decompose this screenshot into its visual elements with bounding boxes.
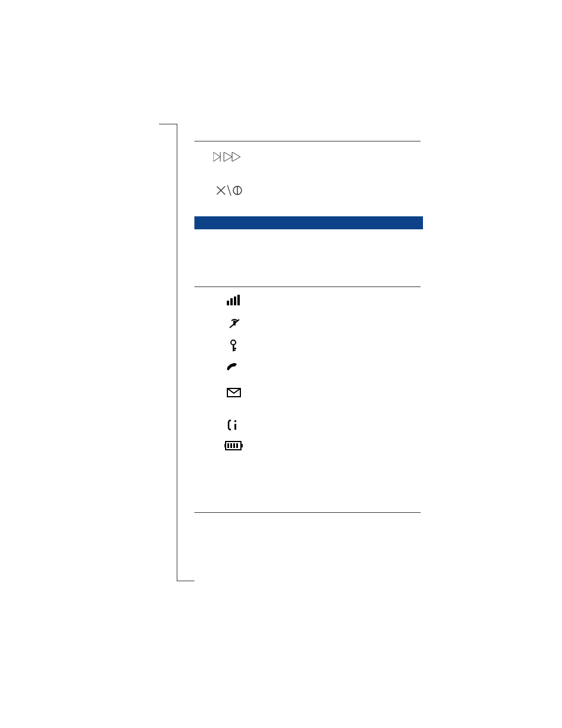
svg-rect-18 <box>233 350 236 351</box>
svg-rect-26 <box>230 443 232 448</box>
bracket-vertical <box>177 124 177 581</box>
phone-icon <box>227 363 241 372</box>
envelope-icon <box>227 388 241 397</box>
ringer-off-icon <box>229 318 240 329</box>
svg-rect-27 <box>233 443 235 448</box>
battery-icon <box>224 441 243 450</box>
divider <box>194 512 421 513</box>
x-power-icon <box>217 185 243 196</box>
svg-rect-21 <box>234 424 236 430</box>
svg-rect-12 <box>237 295 240 305</box>
svg-marker-0 <box>213 152 220 162</box>
divider <box>194 141 421 141</box>
section-highlight <box>194 216 423 229</box>
svg-rect-10 <box>230 298 233 305</box>
signal-bars-icon <box>227 295 243 305</box>
svg-rect-9 <box>227 301 229 305</box>
svg-marker-2 <box>224 152 232 162</box>
svg-rect-20 <box>234 420 236 422</box>
handsfree-info-icon <box>227 419 239 431</box>
svg-rect-25 <box>227 443 229 448</box>
svg-point-15 <box>231 340 236 345</box>
svg-rect-11 <box>234 297 236 305</box>
svg-line-6 <box>227 185 231 196</box>
svg-rect-24 <box>241 444 243 447</box>
bracket-bottom <box>177 581 194 581</box>
svg-rect-28 <box>236 443 238 448</box>
bracket-top <box>159 124 177 124</box>
divider <box>194 286 421 287</box>
key-lock-icon <box>230 340 239 351</box>
play-forward-icon <box>213 152 240 162</box>
svg-marker-3 <box>232 152 240 162</box>
svg-rect-17 <box>233 348 236 349</box>
